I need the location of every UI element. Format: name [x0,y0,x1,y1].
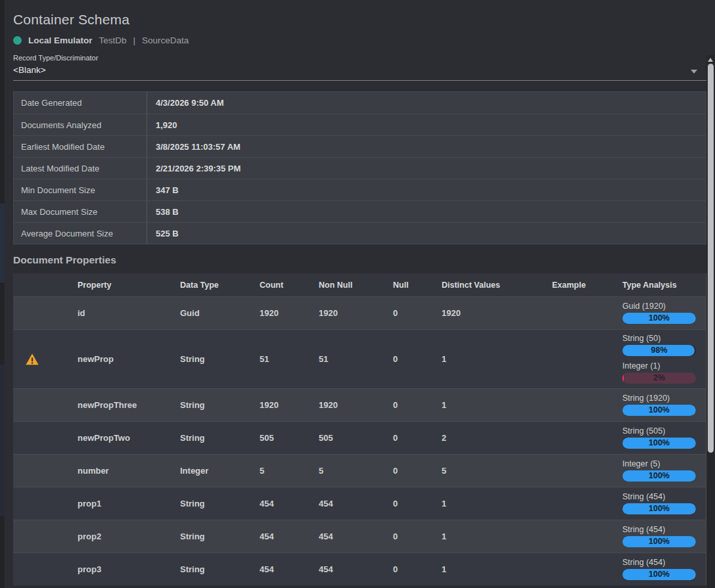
schema-summary-table: Date Generated 4/3/2026 9:50 AM Document… [13,91,706,244]
cell-count: 505 [260,433,319,443]
container-schema-page: Container Schema Local Emulator TestDb |… [0,0,715,588]
cell-property: prop3 [78,564,180,574]
cell-distinct-values: 1 [442,499,552,509]
cell-null: 0 [393,466,442,476]
cell-distinct-values: 2 [442,433,552,443]
type-analysis-entry: String (454) 100% [622,558,706,580]
cell-null: 0 [393,400,442,410]
cell-count: 454 [260,499,319,509]
cell-count: 1920 [260,308,319,318]
type-analysis-entry: String (1920) 100% [622,394,706,416]
summary-row-value: 2/21/2026 2:39:35 PM [147,158,706,179]
cell-property: newPropTwo [78,433,180,443]
cell-null: 0 [393,308,442,318]
type-percentage-bar: 100% [622,569,696,580]
property-row[interactable]: newProp String 51 51 0 1 String (50) 98%… [13,329,706,388]
cell-distinct-values: 1 [442,354,552,364]
discriminator-select[interactable]: <Blank> [13,62,706,81]
type-analysis-label: String (454) [622,558,706,567]
cell-data-type: Integer [180,466,260,476]
summary-row: Documents Analyzed 1,920 [14,114,706,135]
type-percentage-bar: 100% [622,536,696,547]
summary-row-value: 3/8/2025 11:03:57 AM [147,136,706,157]
property-row[interactable]: prop1 String 454 454 0 1 String (454) 10… [13,487,706,520]
type-analysis-label: String (505) [622,426,706,436]
summary-row: Max Document Size 538 B [14,200,706,222]
row-icon-cell [13,352,78,367]
cell-property: number [78,466,180,476]
cell-data-type: String [180,354,260,364]
summary-row: Latest Modified Date 2/21/2026 2:39:35 P… [14,157,706,179]
cell-distinct-values: 1920 [442,308,552,318]
cell-null: 0 [393,354,442,364]
cell-non-null: 505 [319,433,393,443]
column-header-type-analysis: Type Analysis [622,281,706,290]
summary-row-label: Earliest Modified Date [14,136,147,157]
cell-property: newProp [78,354,180,364]
page-title: Container Schema [13,0,706,30]
summary-row: Min Document Size 347 B [14,179,706,200]
type-percentage-text: 100% [622,503,696,514]
type-percentage-text: 2% [622,373,696,384]
type-percentage-bar: 100% [622,313,696,324]
type-analysis-entry: Integer (1) 2% [622,361,706,384]
summary-row-label: Average Document Size [14,223,147,244]
property-row[interactable]: newPropTwo String 505 505 0 2 String (50… [13,421,706,454]
summary-row: Earliest Modified Date 3/8/2025 11:03:57… [14,135,706,157]
summary-row-label: Latest Modified Date [14,158,147,179]
summary-row-value: 1,920 [147,114,706,135]
type-analysis-label: Integer (1) [622,361,706,371]
summary-row: Average Document Size 525 B [14,222,706,244]
connection-status-icon [13,36,22,45]
cell-non-null: 454 [319,499,393,509]
cell-null: 0 [393,499,442,509]
document-properties-title: Document Properties [13,254,706,266]
column-header-example: Example [552,281,622,290]
cell-data-type: String [180,433,260,443]
cell-distinct-values: 1 [442,564,552,574]
column-header-property: Property [78,281,180,290]
breadcrumb-divider: | [133,35,136,45]
type-analysis-label: String (1920) [622,394,706,403]
cell-data-type: String [180,499,260,509]
type-percentage-text: 100% [622,438,696,449]
cell-type-analysis: Guid (1920) 100% [622,298,706,328]
cell-distinct-values: 1 [442,531,552,541]
cell-data-type: String [180,564,260,574]
type-analysis-entry: Guid (1920) 100% [622,302,706,324]
cell-non-null: 1920 [319,308,393,318]
scroll-up-icon[interactable] [708,58,713,62]
column-header-null: Null [393,281,442,290]
type-percentage-bar: 100% [622,503,696,514]
discriminator-label: Record Type/Discriminator [13,54,706,62]
chevron-down-icon [691,70,697,74]
property-row[interactable]: id Guid 1920 1920 0 1920 Guid (1920) 100… [13,296,706,329]
summary-row-label: Min Document Size [14,179,147,200]
cell-count: 5 [260,466,319,476]
summary-row: Date Generated 4/3/2026 9:50 AM [14,92,706,114]
property-row[interactable]: prop3 String 454 454 0 1 String (454) 10… [13,553,706,585]
cell-property: newPropThree [78,400,180,410]
properties-table-header: Property Data Type Count Non Null Null D… [13,273,706,296]
type-percentage-text: 100% [622,405,696,416]
vertical-scrollbar[interactable] [706,55,715,588]
cell-type-analysis: String (454) 100% [622,521,706,552]
summary-row-label: Max Document Size [14,201,147,222]
type-analysis-label: Integer (5) [622,459,706,468]
summary-row-label: Date Generated [14,92,147,114]
type-analysis-entry: Integer (5) 100% [622,459,706,482]
type-analysis-entry: String (454) 100% [622,525,706,547]
cell-count: 454 [260,564,319,574]
property-row[interactable]: newPropThree String 1920 1920 0 1 String… [13,388,706,421]
type-percentage-text: 100% [622,569,696,580]
cell-property: prop2 [78,531,180,541]
cell-type-analysis: String (505) 100% [622,422,706,453]
type-percentage-bar: 100% [622,470,696,482]
type-percentage-text: 100% [622,536,696,547]
cell-non-null: 1920 [319,400,393,410]
property-row[interactable]: prop2 String 454 454 0 1 String (454) 10… [13,520,706,553]
scrollbar-thumb[interactable] [708,64,714,453]
summary-row-label: Documents Analyzed [14,114,147,135]
cell-type-analysis: String (1920) 100% [622,390,706,420]
property-row[interactable]: number Integer 5 5 0 5 Integer (5) 100% [13,454,706,487]
